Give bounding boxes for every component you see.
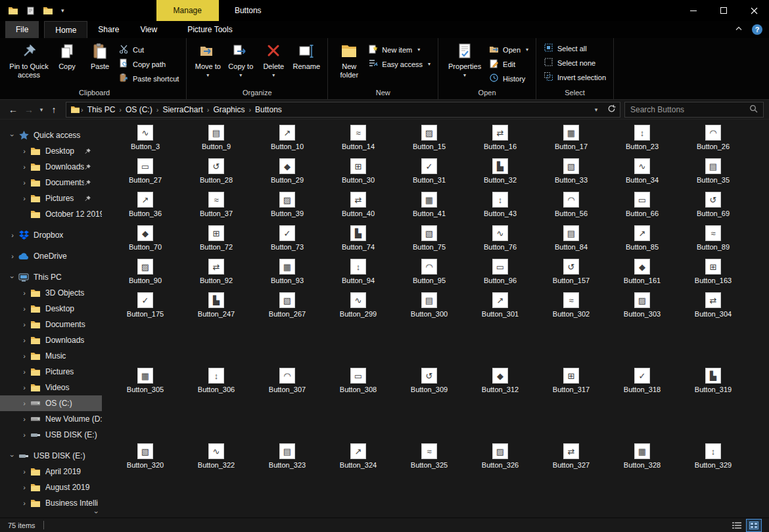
chevron-down-icon[interactable]: ▾ (61, 7, 64, 14)
chevron-right-icon[interactable]: › (20, 163, 29, 171)
chevron-down-icon[interactable]: › (9, 273, 16, 282)
sidebar-item-quick-access[interactable]: ›Quick access (0, 127, 102, 143)
file-item-button-305[interactable]: ▦Button_305 (110, 368, 181, 401)
refresh-icon[interactable] (607, 104, 616, 116)
chevron-right-icon[interactable]: › (20, 179, 29, 187)
file-item-button-30[interactable]: ⊞Button_30 (323, 158, 394, 192)
chevron-right-icon[interactable]: › (20, 147, 29, 155)
file-item-button-3[interactable]: ∿Button_3 (110, 125, 181, 158)
sidebar-item-business-intelli[interactable]: ›Business Intelli (0, 495, 102, 511)
chevron-down-icon[interactable]: › (9, 131, 16, 140)
edit-button[interactable]: Edit (489, 58, 528, 70)
file-item-button-328[interactable]: ▦Button_328 (607, 443, 678, 477)
sidebar-item-desktop[interactable]: ›Desktop (0, 301, 102, 317)
select-all-button[interactable]: Select all (544, 43, 606, 54)
file-item-button-329[interactable]: ↕Button_329 (678, 443, 749, 477)
copy-to-button[interactable]: Copy to ▾ (224, 40, 257, 80)
breadcrumb-item-sierrachart[interactable]: SierraChart (159, 105, 206, 114)
search-input[interactable] (630, 105, 749, 114)
sidebar-item-downloads[interactable]: ›Downloads (0, 332, 102, 348)
chevron-right-icon[interactable]: › (20, 368, 29, 376)
file-item-button-302[interactable]: ≈Button_302 (536, 292, 607, 326)
chevron-right-icon[interactable]: › (20, 399, 29, 407)
file-item-button-267[interactable]: ▧Button_267 (252, 292, 323, 326)
chevron-right-icon[interactable]: › (20, 289, 29, 297)
file-item-button-301[interactable]: ↗Button_301 (465, 292, 536, 326)
file-item-button-14[interactable]: ≈Button_14 (323, 125, 394, 158)
sidebar-item-onedrive[interactable]: ›OneDrive (0, 248, 102, 264)
file-item-button-247[interactable]: ▙Button_247 (181, 292, 252, 326)
file-item-button-309[interactable]: ↺Button_309 (394, 368, 465, 401)
file-item-button-317[interactable]: ⊞Button_317 (536, 368, 607, 401)
chevron-right-icon[interactable]: › (20, 384, 29, 391)
file-item-button-84[interactable]: ▤Button_84 (536, 225, 607, 259)
file-item-button-40[interactable]: ⇄Button_40 (323, 192, 394, 225)
up-button[interactable]: ↑ (46, 104, 62, 115)
file-item-button-85[interactable]: ↗Button_85 (607, 225, 678, 259)
file-item-button-299[interactable]: ∿Button_299 (323, 292, 394, 326)
file-item-button-90[interactable]: ▨Button_90 (110, 259, 181, 292)
file-item-button-69[interactable]: ↺Button_69 (678, 192, 749, 225)
file-item-button-325[interactable]: ≈Button_325 (394, 443, 465, 477)
sidebar-item-music[interactable]: ›Music (0, 348, 102, 364)
file-item-button-26[interactable]: ◠Button_26 (678, 125, 749, 158)
file-item-button-35[interactable]: ▤Button_35 (678, 158, 749, 192)
large-icons-view-button[interactable] (747, 520, 761, 531)
file-item-button-163[interactable]: ⊞Button_163 (678, 259, 749, 292)
properties-button[interactable]: Properties ▾ (443, 40, 486, 80)
details-view-button[interactable] (730, 520, 744, 531)
file-item-button-93[interactable]: ▦Button_93 (252, 259, 323, 292)
breadcrumb-item-os-c[interactable]: OS (C:) (122, 105, 156, 114)
back-button[interactable]: ← (5, 104, 21, 115)
open-button[interactable]: Open ▾ (489, 44, 528, 55)
search-box[interactable] (624, 102, 764, 118)
manage-contextual-tab[interactable]: Manage (156, 0, 219, 21)
file-item-button-303[interactable]: ▨Button_303 (607, 292, 678, 326)
paste-shortcut-button[interactable]: Paste shortcut (119, 73, 179, 84)
file-item-button-300[interactable]: ▤Button_300 (394, 292, 465, 326)
paste-button[interactable]: Paste (83, 40, 116, 73)
chevron-right-icon[interactable]: › (20, 415, 29, 423)
file-item-button-319[interactable]: ▙Button_319 (678, 368, 749, 401)
file-item-button-320[interactable]: ▧Button_320 (110, 443, 181, 477)
maximize-button[interactable] (709, 0, 739, 21)
file-item-button-72[interactable]: ⊞Button_72 (181, 225, 252, 259)
file-item-button-28[interactable]: ↺Button_28 (181, 158, 252, 192)
file-item-button-75[interactable]: ▧Button_75 (394, 225, 465, 259)
folder-icon[interactable] (8, 7, 18, 15)
sidebar-item-april-2019[interactable]: ›April 2019 (0, 464, 102, 479)
sidebar-item-desktop[interactable]: ›Desktop (0, 143, 102, 159)
folder-icon[interactable] (43, 7, 53, 15)
file-item-button-175[interactable]: ✓Button_175 (110, 292, 181, 326)
address-bar[interactable]: › This PC›OS (C:)›SierraChart›Graphics›B… (66, 102, 620, 118)
sidebar-item-new-volume-d[interactable]: ›New Volume (D: (0, 411, 102, 427)
chevron-right-icon[interactable]: › (20, 321, 29, 328)
file-item-button-312[interactable]: ◆Button_312 (465, 368, 536, 401)
sidebar-item-august-2019[interactable]: ›August 2019 (0, 479, 102, 495)
properties-toolbar-icon[interactable] (26, 7, 35, 15)
easy-access-button[interactable]: Easy access ▾ (368, 58, 431, 70)
history-dropdown-icon[interactable]: ▾ (37, 106, 46, 113)
file-item-button-74[interactable]: ▙Button_74 (323, 225, 394, 259)
file-item-button-92[interactable]: ⇄Button_92 (181, 259, 252, 292)
file-item-button-16[interactable]: ⇄Button_16 (465, 125, 536, 158)
tab-view[interactable]: View (129, 21, 168, 38)
breadcrumb-item-this-pc[interactable]: This PC (84, 105, 119, 114)
chevron-right-icon[interactable]: › (20, 468, 29, 476)
chevron-right-icon[interactable]: › (20, 483, 29, 491)
sidebar-scroll-down-icon[interactable]: › (93, 511, 101, 514)
close-button[interactable] (739, 0, 769, 21)
sidebar-item-documents[interactable]: ›Documents (0, 317, 102, 332)
tab-file[interactable]: File (5, 21, 39, 38)
file-item-button-308[interactable]: ▭Button_308 (323, 368, 394, 401)
sidebar-item-this-pc[interactable]: ›This PC (0, 269, 102, 285)
breadcrumb-item-buttons[interactable]: Buttons (252, 105, 285, 114)
chevron-right-icon[interactable]: › (8, 231, 17, 239)
file-item-button-31[interactable]: ✓Button_31 (394, 158, 465, 192)
sidebar-item-pictures[interactable]: ›Pictures (0, 190, 102, 206)
tab-home[interactable]: Home (44, 21, 87, 38)
chevron-right-icon[interactable]: › (20, 305, 29, 313)
file-item-button-43[interactable]: ↕Button_43 (465, 192, 536, 225)
file-item-button-322[interactable]: ∿Button_322 (181, 443, 252, 477)
file-item-button-89[interactable]: ≈Button_89 (678, 225, 749, 259)
